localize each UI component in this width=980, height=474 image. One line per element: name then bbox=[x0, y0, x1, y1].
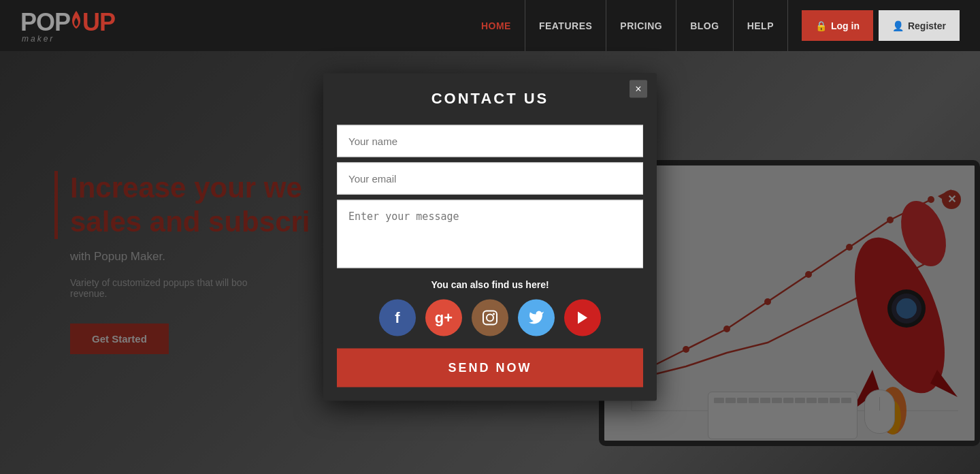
instagram-icon[interactable] bbox=[472, 300, 508, 336]
modal-body: You can also find us here! f g+ bbox=[323, 114, 657, 401]
send-now-button[interactable]: SEND NOW bbox=[337, 349, 643, 388]
svg-rect-23 bbox=[483, 311, 497, 325]
svg-point-24 bbox=[487, 315, 493, 321]
nav-features[interactable]: FEATURES bbox=[525, 0, 606, 51]
social-icons-group: f g+ bbox=[337, 300, 643, 336]
twitter-icon[interactable] bbox=[518, 300, 555, 336]
lock-icon: 🔒 bbox=[815, 20, 827, 31]
modal-close-button[interactable]: × bbox=[630, 80, 647, 98]
contact-modal: CONTACT US × You can also find us here! … bbox=[323, 74, 657, 401]
email-input[interactable] bbox=[337, 163, 643, 195]
nav-help[interactable]: HELP bbox=[734, 0, 788, 51]
nav-links: HOME FEATURES PRICING BLOG HELP 🔒 Log in… bbox=[468, 0, 960, 51]
modal-header: CONTACT US × bbox=[323, 74, 657, 114]
svg-marker-26 bbox=[578, 312, 587, 324]
message-textarea[interactable] bbox=[337, 200, 643, 268]
logo-maker-text: maker bbox=[22, 34, 54, 44]
logo-up-text: UP bbox=[82, 8, 115, 37]
register-label: Register bbox=[908, 20, 946, 31]
modal-title: CONTACT US bbox=[337, 90, 643, 108]
logo-pop-text: POP bbox=[20, 8, 70, 37]
youtube-icon[interactable] bbox=[564, 300, 601, 336]
nav-pricing[interactable]: PRICING bbox=[606, 0, 676, 51]
facebook-icon[interactable]: f bbox=[379, 300, 416, 336]
logo: POP UP maker bbox=[20, 8, 115, 44]
register-button[interactable]: 👤 Register bbox=[879, 10, 960, 41]
name-input[interactable] bbox=[337, 125, 643, 157]
social-label: You can also find us here! bbox=[337, 279, 643, 290]
nav-home[interactable]: HOME bbox=[468, 0, 525, 51]
login-label: Log in bbox=[831, 20, 860, 31]
googleplus-icon[interactable]: g+ bbox=[425, 300, 462, 336]
user-icon: 👤 bbox=[892, 20, 904, 31]
svg-point-25 bbox=[493, 313, 495, 315]
flame-icon bbox=[71, 11, 82, 29]
nav-blog[interactable]: BLOG bbox=[676, 0, 733, 51]
navbar: POP UP maker HOME FEATURES PRICING BLOG … bbox=[0, 0, 980, 51]
login-button[interactable]: 🔒 Log in bbox=[802, 10, 873, 41]
